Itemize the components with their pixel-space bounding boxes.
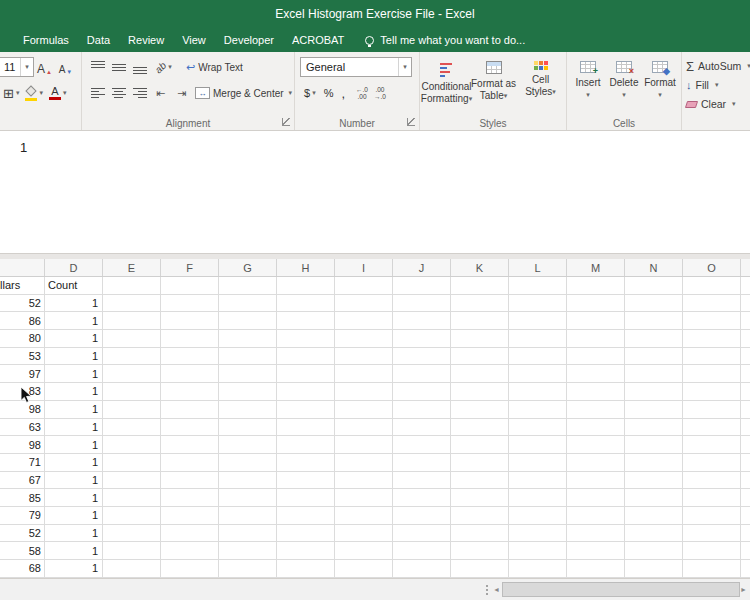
cell-empty[interactable]	[277, 277, 335, 295]
alignment-dialog-launcher-icon[interactable]	[282, 118, 290, 126]
cell-empty[interactable]	[335, 419, 393, 437]
cell-empty[interactable]	[335, 295, 393, 313]
font-color-button[interactable]: A	[46, 83, 70, 103]
cell-styles-button[interactable]: Cell Styles	[517, 56, 564, 126]
ribbon-tab[interactable]: Data	[78, 28, 119, 52]
cell-empty[interactable]	[451, 365, 509, 383]
cell-empty[interactable]	[335, 383, 393, 401]
number-format-select[interactable]: General	[300, 57, 412, 77]
shrink-font-button[interactable]: A▼	[55, 57, 76, 77]
cell-dollars[interactable]: 79	[0, 507, 45, 525]
ribbon-tab[interactable]: ACROBAT	[283, 28, 353, 52]
cell-empty[interactable]	[103, 330, 161, 348]
cell-dollars[interactable]: 98	[0, 401, 45, 419]
cell-empty[interactable]	[219, 383, 277, 401]
column-header-partial[interactable]	[0, 259, 45, 276]
cell-dollars[interactable]: 83	[0, 383, 45, 401]
cell-empty[interactable]	[393, 348, 451, 366]
cell-empty[interactable]	[451, 507, 509, 525]
column-header[interactable]: L	[509, 259, 567, 276]
cell-empty[interactable]	[103, 542, 161, 560]
cell-empty[interactable]	[683, 436, 741, 454]
cell-empty[interactable]	[567, 454, 625, 472]
cell-empty[interactable]	[509, 419, 567, 437]
cell-dollars[interactable]: 97	[0, 365, 45, 383]
cell-count[interactable]: 1	[45, 419, 103, 437]
cell-empty[interactable]	[393, 312, 451, 330]
cell-empty[interactable]	[625, 277, 683, 295]
decrease-indent-button[interactable]: ⇤	[150, 83, 171, 103]
increase-indent-button[interactable]: ⇥	[171, 83, 192, 103]
cell-empty[interactable]	[509, 383, 567, 401]
number-dialog-launcher-icon[interactable]	[407, 118, 415, 126]
cell-empty[interactable]	[683, 277, 741, 295]
cell-empty[interactable]	[567, 542, 625, 560]
format-cells-button[interactable]: ◆ Format	[642, 56, 678, 126]
cell-empty[interactable]	[219, 330, 277, 348]
cell-empty[interactable]	[625, 295, 683, 313]
cell-empty[interactable]	[335, 454, 393, 472]
cell-empty[interactable]	[567, 312, 625, 330]
cell-count[interactable]: 1	[45, 489, 103, 507]
column-header[interactable]: J	[393, 259, 451, 276]
cell-empty[interactable]	[683, 365, 741, 383]
cell-empty[interactable]	[335, 365, 393, 383]
cell-empty[interactable]	[219, 295, 277, 313]
cell-empty[interactable]	[625, 542, 683, 560]
cell-dollars[interactable]: 86	[0, 312, 45, 330]
cell-empty[interactable]	[683, 401, 741, 419]
cell-empty[interactable]	[509, 401, 567, 419]
cell-empty[interactable]	[277, 365, 335, 383]
cell-empty[interactable]	[103, 507, 161, 525]
number-format-dropdown-icon[interactable]	[398, 58, 411, 76]
cell-dollars[interactable]: 58	[0, 542, 45, 560]
cell-dollars[interactable]: 80	[0, 330, 45, 348]
cell-empty[interactable]	[625, 560, 683, 578]
cell-empty[interactable]	[335, 542, 393, 560]
cell-count[interactable]: 1	[45, 542, 103, 560]
align-center-button[interactable]	[108, 83, 129, 103]
cell-empty[interactable]	[277, 472, 335, 490]
cell-empty[interactable]	[683, 419, 741, 437]
decrease-decimal-button[interactable]: .00 →.0	[371, 83, 389, 103]
formula-bar[interactable]: 1	[0, 131, 750, 254]
cell-empty[interactable]	[393, 295, 451, 313]
cell-empty[interactable]	[335, 472, 393, 490]
cell-empty[interactable]	[103, 277, 161, 295]
cell-empty[interactable]	[277, 295, 335, 313]
cell-empty[interactable]	[103, 472, 161, 490]
cell-empty[interactable]	[567, 525, 625, 543]
cell-empty[interactable]	[683, 560, 741, 578]
cell-empty[interactable]	[277, 436, 335, 454]
cell-empty[interactable]	[161, 401, 219, 419]
cell-empty[interactable]	[103, 401, 161, 419]
cell-empty[interactable]	[393, 419, 451, 437]
cell-empty[interactable]	[161, 277, 219, 295]
cell-empty[interactable]	[625, 401, 683, 419]
cell-empty[interactable]	[277, 401, 335, 419]
cell-empty[interactable]	[393, 401, 451, 419]
cell-empty[interactable]	[683, 454, 741, 472]
cell-empty[interactable]	[625, 507, 683, 525]
cell-empty[interactable]	[451, 525, 509, 543]
cell-empty[interactable]	[683, 295, 741, 313]
cell-empty[interactable]	[451, 312, 509, 330]
cell-empty[interactable]	[161, 330, 219, 348]
cell-dollars[interactable]: 52	[0, 295, 45, 313]
cell-empty[interactable]	[161, 454, 219, 472]
cell-empty[interactable]	[219, 542, 277, 560]
cell-empty[interactable]	[567, 560, 625, 578]
cell-dollars-header[interactable]: llars	[0, 277, 45, 295]
ribbon-tab[interactable]: View	[173, 28, 215, 52]
cell-empty[interactable]	[625, 489, 683, 507]
font-size-input[interactable]: 11	[0, 57, 34, 77]
cell-dollars[interactable]: 68	[0, 560, 45, 578]
cell-empty[interactable]	[219, 401, 277, 419]
cell-empty[interactable]	[393, 489, 451, 507]
tab-split-handle-icon[interactable]	[486, 585, 488, 587]
cell-empty[interactable]	[451, 436, 509, 454]
insert-cells-button[interactable]: + Insert	[570, 56, 606, 126]
cell-empty[interactable]	[277, 454, 335, 472]
cell-empty[interactable]	[509, 295, 567, 313]
cell-empty[interactable]	[625, 365, 683, 383]
